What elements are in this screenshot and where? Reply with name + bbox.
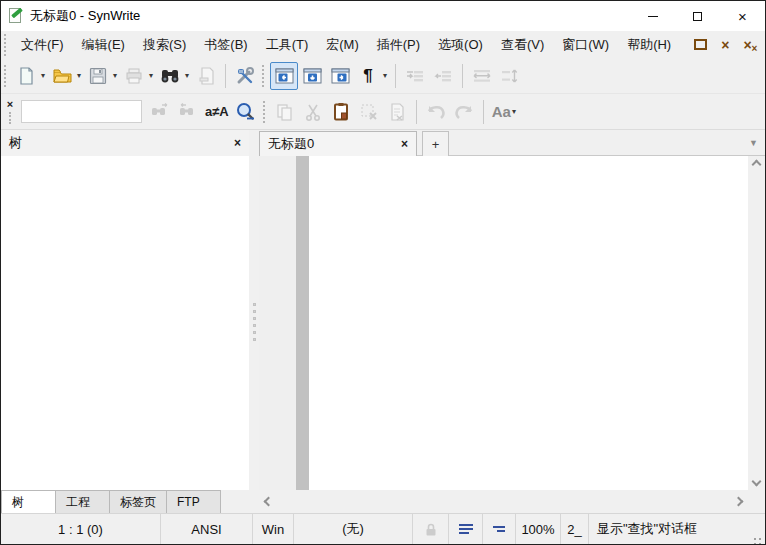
redo-button[interactable] bbox=[450, 98, 478, 126]
find-input[interactable] bbox=[21, 100, 142, 123]
find-next-button[interactable] bbox=[146, 98, 174, 126]
tree-panel-header: 树 × bbox=[1, 130, 249, 156]
find-options-button[interactable] bbox=[232, 98, 260, 126]
mdi-close-all-icon[interactable]: ×× bbox=[743, 38, 751, 52]
main-toolbar: ▾ ▾ ▾ ▾ ▾ bbox=[1, 58, 765, 93]
tree-panel-body[interactable] bbox=[1, 156, 249, 490]
goto-button[interactable] bbox=[192, 62, 220, 90]
maximize-button[interactable] bbox=[675, 1, 720, 31]
close-button[interactable]: × bbox=[720, 1, 765, 31]
select-all-button[interactable] bbox=[383, 98, 411, 126]
word-wrap-button[interactable] bbox=[468, 62, 496, 90]
undo-button[interactable] bbox=[422, 98, 450, 126]
print-button[interactable] bbox=[120, 62, 148, 90]
scroll-up-icon[interactable] bbox=[752, 160, 762, 170]
save-file-button[interactable] bbox=[84, 62, 112, 90]
show-nonprinted-button[interactable]: ¶ bbox=[354, 62, 382, 90]
findbar-left: × bbox=[3, 99, 17, 124]
nonprinted-dropdown[interactable]: ▾ bbox=[383, 71, 387, 80]
vertical-scrollbar[interactable] bbox=[748, 156, 765, 490]
lock-icon bbox=[424, 522, 438, 537]
caption-buttons: × bbox=[630, 1, 765, 31]
editor-bottom-row bbox=[259, 490, 765, 513]
document-tab[interactable]: 无标题0 × bbox=[259, 131, 417, 156]
indent-button[interactable] bbox=[401, 62, 429, 90]
status-encoding[interactable]: ANSI bbox=[161, 514, 253, 544]
toolbar1-grip[interactable] bbox=[4, 65, 8, 87]
save-file-dropdown[interactable]: ▾ bbox=[113, 71, 117, 80]
copy-button[interactable] bbox=[271, 98, 299, 126]
tree-panel-close-icon[interactable]: × bbox=[234, 136, 241, 150]
status-caret[interactable]: 1 : 1 (0) bbox=[1, 514, 161, 544]
panel-splitter[interactable] bbox=[249, 130, 259, 513]
panel-tab-tabs[interactable]: 标签页 bbox=[109, 490, 167, 513]
status-wrap-mode[interactable] bbox=[449, 514, 483, 544]
scroll-left-icon[interactable] bbox=[264, 497, 274, 507]
menu-options[interactable]: 选项(O) bbox=[429, 31, 492, 58]
menu-tools[interactable]: 工具(T) bbox=[257, 31, 318, 58]
case-sensitive-icon: a≠A bbox=[205, 104, 229, 119]
resize-grip[interactable] bbox=[759, 538, 761, 540]
scroll-right-icon[interactable] bbox=[734, 497, 744, 507]
close-icon: × bbox=[738, 9, 747, 24]
delete-selection-button[interactable] bbox=[355, 98, 383, 126]
findbar-grip[interactable] bbox=[9, 112, 11, 124]
status-readonly[interactable] bbox=[413, 514, 449, 544]
edit-toolbar-grip[interactable] bbox=[263, 101, 267, 123]
panel-tab-ftp[interactable]: FTP bbox=[166, 490, 221, 513]
toggle-right-panel-button[interactable] bbox=[326, 62, 354, 90]
paste-button[interactable] bbox=[327, 98, 355, 126]
new-file-button[interactable] bbox=[12, 62, 40, 90]
document-tab-close-icon[interactable]: × bbox=[401, 137, 408, 151]
unindent-icon bbox=[433, 68, 453, 84]
toggle-bottom-panel-button[interactable] bbox=[298, 62, 326, 90]
status-wrap-mode-2[interactable] bbox=[483, 514, 516, 544]
findbar-close-icon[interactable]: × bbox=[7, 99, 13, 109]
line-spacing-button[interactable] bbox=[496, 62, 524, 90]
menu-plugins[interactable]: 插件(P) bbox=[368, 31, 429, 58]
cut-button[interactable] bbox=[299, 98, 327, 126]
unindent-button[interactable] bbox=[429, 62, 457, 90]
menu-help[interactable]: 帮助(H) bbox=[618, 31, 680, 58]
change-case-button[interactable]: Aa ▾ bbox=[489, 98, 522, 126]
find-button[interactable] bbox=[156, 62, 184, 90]
tab-list-dropdown-icon[interactable]: ▼ bbox=[749, 138, 758, 148]
mdi-close-icon[interactable]: × bbox=[721, 38, 729, 52]
toolbar2-grip[interactable] bbox=[262, 65, 266, 87]
panel-right-icon bbox=[331, 68, 350, 84]
scroll-down-icon[interactable] bbox=[752, 477, 762, 487]
tools-button[interactable] bbox=[231, 62, 259, 90]
menu-macros[interactable]: 宏(M) bbox=[317, 31, 368, 58]
menu-bookmarks[interactable]: 书签(B) bbox=[195, 31, 256, 58]
mdi-restore-icon[interactable] bbox=[694, 39, 707, 50]
menu-search[interactable]: 搜索(S) bbox=[134, 31, 195, 58]
new-file-dropdown[interactable]: ▾ bbox=[41, 71, 45, 80]
panel-tab-tree[interactable]: 树 bbox=[1, 490, 56, 513]
find-dropdown[interactable]: ▾ bbox=[185, 71, 189, 80]
menu-window[interactable]: 窗口(W) bbox=[553, 31, 618, 58]
new-tab-button[interactable]: + bbox=[422, 131, 449, 156]
horizontal-scrollbar[interactable] bbox=[259, 490, 748, 513]
menubar-grip[interactable] bbox=[4, 34, 8, 56]
select-all-icon bbox=[388, 103, 406, 121]
open-file-button[interactable] bbox=[48, 62, 76, 90]
panel-tab-project[interactable]: 工程 bbox=[55, 490, 110, 513]
menu-view[interactable]: 查看(V) bbox=[492, 31, 553, 58]
print-dropdown[interactable]: ▾ bbox=[149, 71, 153, 80]
find-prev-button[interactable] bbox=[174, 98, 202, 126]
open-file-dropdown[interactable]: ▾ bbox=[77, 71, 81, 80]
status-zoom[interactable]: 100% bbox=[516, 514, 561, 544]
tools-icon bbox=[236, 67, 255, 85]
tree-panel: 树 × 树 工程 标签页 FTP bbox=[1, 130, 249, 513]
minimize-button[interactable] bbox=[630, 1, 675, 31]
document-tab-label: 无标题0 bbox=[268, 135, 314, 153]
menu-file[interactable]: 文件(F) bbox=[12, 31, 73, 58]
case-sensitive-button[interactable]: a≠A bbox=[202, 98, 232, 126]
maximize-icon bbox=[693, 12, 702, 21]
status-insert-mode[interactable]: 2_ bbox=[561, 514, 589, 544]
toggle-left-panel-button[interactable] bbox=[270, 62, 298, 90]
status-lexer[interactable]: (无) bbox=[294, 514, 413, 544]
status-line-ends[interactable]: Win bbox=[253, 514, 294, 544]
menu-edit[interactable]: 编辑(E) bbox=[73, 31, 134, 58]
editor-text-area[interactable] bbox=[309, 156, 748, 490]
